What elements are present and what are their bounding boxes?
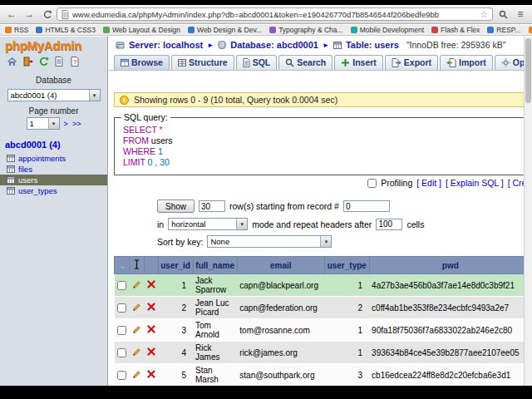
sidebar-item-files[interactable]: files <box>0 164 107 175</box>
explain-sql-link[interactable]: [ Explain SQL ] <box>446 178 504 188</box>
bookmark-item[interactable]: RSS <box>5 26 28 34</box>
bookmark-item[interactable]: Flash & Flex <box>431 26 480 34</box>
bookmark-item[interactable]: Typography & Cha... <box>269 26 343 34</box>
edit-icon[interactable] <box>132 325 141 334</box>
search-button[interactable] <box>495 7 510 22</box>
edit-icon[interactable] <box>132 370 141 379</box>
tab-export[interactable]: Export <box>385 55 438 70</box>
start-record-input[interactable] <box>343 200 390 212</box>
repeat-headers-input[interactable] <box>376 219 402 230</box>
url-bar[interactable]: www.edumedia.ca/phpMyAdmin/index.php?db=… <box>57 7 493 21</box>
scrollbar-thumb[interactable] <box>525 38 531 103</box>
notice-text: Showing rows 0 - 9 (10 total, Query took… <box>134 95 337 105</box>
bookmark-label: Typography & Cha... <box>278 26 343 34</box>
column-header-user-type[interactable]: user_type <box>324 257 369 274</box>
row-options-arrow-icon[interactable]: → <box>118 263 125 270</box>
bookmark-star-icon[interactable]: ☆ <box>480 10 488 19</box>
breadcrumb-database[interactable]: Database: abcd0001 <box>230 40 318 50</box>
bookmark-item[interactable]: Web Design & Dev... <box>188 26 262 34</box>
operations-icon <box>501 58 510 67</box>
cell-user-id: 1 <box>158 274 193 297</box>
edit-icon[interactable] <box>132 303 141 312</box>
row-checkbox[interactable] <box>117 281 126 290</box>
menu-button[interactable]: ≡ <box>513 7 528 22</box>
cell-user-id: 4 <box>158 342 193 364</box>
reload-button[interactable] <box>39 7 54 22</box>
bookmark-item[interactable]: RESP... <box>487 26 520 34</box>
browser-scrollbar[interactable] <box>524 37 532 386</box>
show-button[interactable]: Show <box>157 200 195 213</box>
rows-text: row(s) starting from record # <box>229 201 339 211</box>
row-checkbox[interactable] <box>117 348 126 357</box>
tab-browse[interactable]: Browse <box>114 55 170 70</box>
row-checkbox[interactable] <box>117 303 126 313</box>
refresh-icon[interactable] <box>37 56 49 67</box>
delete-icon[interactable] <box>147 325 155 333</box>
edit-icon[interactable] <box>132 280 141 289</box>
mode-select[interactable]: horizontal ▾ <box>168 218 248 230</box>
forward-button[interactable]: → <box>22 7 37 22</box>
bookmark-item[interactable]: HTML5 & CSS3 <box>36 26 95 34</box>
cell-full-name: Tom Arnold <box>193 319 237 342</box>
column-header-email[interactable]: email <box>237 257 324 274</box>
sort-key-select[interactable]: None ▾ <box>207 235 332 248</box>
export-icon <box>392 58 401 67</box>
cell-full-name: Stan Marsh <box>193 364 237 387</box>
tab-structure[interactable]: Structure <box>171 55 234 70</box>
sidebar-item-users[interactable]: users <box>0 175 107 185</box>
browse-icon <box>121 59 129 66</box>
table-row: 5 Stan Marsh stan@southpark.org 3 cb16ed… <box>115 364 532 387</box>
bookmark-label: RSS <box>14 26 28 34</box>
bookmark-label: Web Layout & Design <box>112 26 180 34</box>
sidebar-item-user-types[interactable]: user_types <box>0 185 107 196</box>
sql-window-icon[interactable] <box>53 56 65 67</box>
database-select[interactable]: abcd0001 (4) ▾ <box>7 89 101 101</box>
bookmark-label: Web Design & Dev... <box>197 26 262 34</box>
cell-pwd: cb16edcea224ff8e8d2c20efcba6e3d1 <box>369 364 531 387</box>
delete-icon[interactable] <box>147 303 155 311</box>
table-row: 3 Tom Arnold tom@rosanne.com 1 90fa18f75… <box>115 319 532 342</box>
sidebar-database-link[interactable]: abcd0001 (4) <box>5 140 107 150</box>
delete-icon[interactable] <box>147 370 155 378</box>
delete-icon[interactable] <box>147 280 155 288</box>
sidebar-item-appointments[interactable]: appointments <box>0 153 107 164</box>
cell-email: capn@blackpearl.org <box>237 274 324 297</box>
back-button[interactable]: ← <box>4 7 19 22</box>
url-text[interactable]: www.edumedia.ca/phpMyAdmin/index.php?db=… <box>72 10 476 19</box>
tab-search[interactable]: Search <box>278 55 332 70</box>
home-icon[interactable] <box>6 56 17 67</box>
docs-icon[interactable]: ? <box>69 56 81 67</box>
logout-icon[interactable] <box>22 56 33 67</box>
bookmarks-bar: RSS HTML5 & CSS3 Web Layout & Design Web… <box>0 25 532 36</box>
text-cursor <box>134 259 140 269</box>
edit-query-link[interactable]: [ Edit ] <box>416 178 441 188</box>
tab-insert[interactable]: Insert <box>334 55 383 70</box>
cell-email: stan@southpark.org <box>237 364 324 387</box>
phpmyadmin-logo: phpMyAdmin <box>0 37 107 52</box>
num-rows-input[interactable] <box>199 200 225 212</box>
bookmark-item[interactable]: Flash Databa... <box>529 26 532 34</box>
column-header-pwd[interactable]: pwd <box>369 257 531 274</box>
table-icon <box>7 155 15 162</box>
profiling-checkbox[interactable] <box>367 179 377 188</box>
page-last-link[interactable]: >> <box>72 120 81 128</box>
column-header-full-name[interactable]: full_name <box>193 257 237 274</box>
bookmark-item[interactable]: Web Layout & Design <box>103 26 180 34</box>
row-checkbox[interactable] <box>117 371 126 380</box>
column-header-user-id[interactable]: user_id <box>158 257 193 274</box>
breadcrumb-server[interactable]: Server: localhost <box>129 40 203 50</box>
sql-line: SELECT * <box>123 125 518 135</box>
bookmark-favicon <box>103 27 110 33</box>
bookmark-label: Mobile Development <box>360 26 424 34</box>
delete-icon[interactable] <box>147 347 155 356</box>
page-number-select[interactable]: 1 ▾ <box>27 117 60 130</box>
sql-icon <box>243 58 250 67</box>
edit-icon[interactable] <box>132 347 141 357</box>
page-next-link[interactable]: > <box>64 120 68 128</box>
tab-import[interactable]: Import <box>440 55 493 70</box>
breadcrumb-table[interactable]: Table: users <box>346 40 399 50</box>
bookmark-favicon <box>487 27 494 33</box>
bookmark-item[interactable]: Mobile Development <box>351 26 424 34</box>
row-checkbox[interactable] <box>117 326 126 335</box>
tab-sql[interactable]: SQL <box>236 55 278 70</box>
